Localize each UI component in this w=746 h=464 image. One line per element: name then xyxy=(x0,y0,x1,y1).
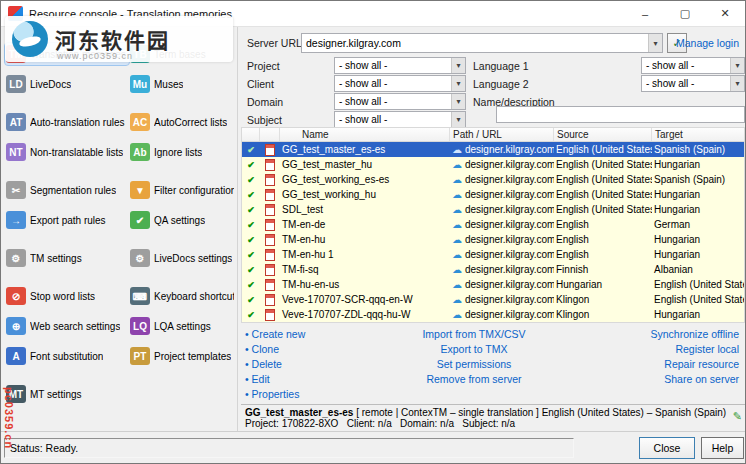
sidebar-item-ignore-lists[interactable]: Ab Ignore lists xyxy=(129,141,235,163)
table-row[interactable]: ✔ TM-en-hu 1 ☁designer.kilgray.com Engli… xyxy=(242,247,744,262)
sidebar-item-tm-settings[interactable]: ⚙ TM settings xyxy=(5,247,129,269)
tm-target: Hungarian xyxy=(652,159,744,170)
tm-name: TM-en-hu 1 xyxy=(280,249,450,260)
table-row[interactable]: ✔ TM-en-de ☁designer.kilgray.com English… xyxy=(242,217,744,232)
sidebar-item-mt-settings[interactable]: MT MT settings xyxy=(5,383,129,405)
table-row[interactable]: ✔ GG_test_working_hu ☁designer.kilgray.c… xyxy=(242,187,744,202)
table-row[interactable]: ✔ TM-fi-sq ☁designer.kilgray.com Finnish… xyxy=(242,262,744,277)
import-tmx-csv-link[interactable]: Import from TMX/CSV xyxy=(389,327,559,342)
manage-login-link[interactable]: Manage login xyxy=(676,37,739,49)
sidebar-item-filter-configurations[interactable]: ▼ Filter configurations xyxy=(129,179,235,201)
client-filter-combo[interactable]: - show all - ▾ xyxy=(334,75,466,92)
sidebar-item-livedocs-settings[interactable]: ⚙ LiveDocs settings xyxy=(129,247,235,269)
tm-path-text: designer.kilgray.com xyxy=(465,279,554,290)
tm-path-text: designer.kilgray.com xyxy=(465,189,554,200)
sidebar-item-font-substitution[interactable]: A Font substitution xyxy=(5,345,129,367)
table-row[interactable]: ✔ GG_test_working_es-es ☁designer.kilgra… xyxy=(242,172,744,187)
sidebar-item-keyboard-shortcuts[interactable]: ⌨ Keyboard shortcuts xyxy=(129,285,235,307)
language1-filter-combo[interactable]: - show all - ▾ xyxy=(641,57,745,74)
chevron-down-icon[interactable]: ▾ xyxy=(730,58,744,73)
ignore-lists-icon: Ab xyxy=(130,143,150,161)
tm-target: Albanian xyxy=(652,264,744,275)
tm-target: English (United States) xyxy=(652,294,744,305)
chevron-down-icon[interactable]: ▾ xyxy=(451,76,465,91)
close-button[interactable]: Close xyxy=(639,437,695,459)
sidebar-item-segmentation-rules[interactable]: ✂ Segmentation rules xyxy=(5,179,129,201)
name-description-input[interactable] xyxy=(496,106,745,123)
column-header-target[interactable]: Target xyxy=(652,128,744,141)
column-header-source[interactable]: Source xyxy=(554,128,652,141)
tm-source: Klingon xyxy=(554,294,652,305)
table-row[interactable]: ✔ GG_test_master_hu ☁designer.kilgray.co… xyxy=(242,157,744,172)
edit-icon[interactable]: ✎ xyxy=(733,410,742,423)
create-new-link[interactable]: Create new xyxy=(245,327,305,342)
column-header-path-url[interactable]: Path / URL xyxy=(450,128,554,141)
column-header-status[interactable] xyxy=(242,128,260,141)
sidebar-item-label: Web search settings xyxy=(30,321,120,332)
chevron-down-icon[interactable]: ▾ xyxy=(451,58,465,73)
tm-target: Hungarian xyxy=(652,234,744,245)
maximize-button[interactable]: ▢ xyxy=(665,1,705,26)
sidebar-item-autocorrect-lists[interactable]: AC AutoCorrect lists xyxy=(129,111,235,133)
tm-target: Hungarian xyxy=(652,204,744,215)
sidebar-item-non-translatable-lists[interactable]: NT Non-translatable lists xyxy=(5,141,129,163)
minimize-button[interactable]: – xyxy=(625,1,665,26)
tm-path-text: designer.kilgray.com xyxy=(465,234,554,245)
sidebar-item-stop-word-lists[interactable]: ⊘ Stop word lists xyxy=(5,285,129,307)
sidebar-item-lqa-settings[interactable]: LQ LQA settings xyxy=(129,315,235,337)
chevron-down-icon[interactable]: ▾ xyxy=(648,34,662,52)
close-window-button[interactable]: ✕ xyxy=(705,1,745,26)
help-button[interactable]: Help xyxy=(701,437,744,459)
sidebar-item-muses[interactable]: Mu Muses xyxy=(129,73,235,95)
sidebar-item-auto-translation-rules[interactable]: AT Auto-translation rules xyxy=(5,111,129,133)
chevron-down-icon[interactable]: ▾ xyxy=(451,112,465,127)
sidebar-item-qa-settings[interactable]: ✔ QA settings xyxy=(129,209,235,231)
cloud-icon: ☁ xyxy=(452,219,462,230)
tm-icon xyxy=(260,159,280,171)
export-tmx-link[interactable]: Export to TMX xyxy=(389,342,559,357)
tm-source: English xyxy=(554,219,652,230)
remove-from-server-link[interactable]: Remove from server xyxy=(389,372,559,387)
delete-link[interactable]: Delete xyxy=(245,357,305,372)
synchronize-offline-link[interactable]: Synchronize offline xyxy=(579,327,739,342)
column-header-name[interactable]: Name xyxy=(280,128,450,141)
clone-link[interactable]: Clone xyxy=(245,342,305,357)
domain-filter-combo[interactable]: - show all - ▾ xyxy=(334,93,466,110)
edit-link[interactable]: Edit xyxy=(245,372,305,387)
check-icon: ✔ xyxy=(242,310,260,320)
sidebar-item-label: LQA settings xyxy=(154,321,211,332)
check-icon: ✔ xyxy=(242,205,260,215)
tm-icon xyxy=(260,249,280,261)
language2-filter-combo[interactable]: - show all - ▾ xyxy=(641,75,745,92)
table-row[interactable]: ✔ GG_test_master_es-es ☁designer.kilgray… xyxy=(242,142,744,157)
sidebar-item-export-path-rules[interactable]: → Export path rules xyxy=(5,209,129,231)
project-filter-combo[interactable]: - show all - ▾ xyxy=(334,57,466,74)
set-permissions-link[interactable]: Set permissions xyxy=(389,357,559,372)
properties-link[interactable]: Properties xyxy=(245,387,305,402)
share-on-server-link[interactable]: Share on server xyxy=(579,372,739,387)
info-resource-meta: Project: 170822-8XO Client: n/a Domain: … xyxy=(245,418,741,429)
tm-source: Finnish xyxy=(554,264,652,275)
table-row[interactable]: ✔ SDL_test ☁designer.kilgray.com English… xyxy=(242,202,744,217)
tm-name: Veve-170707-SCR-qqq-en-W xyxy=(280,294,450,305)
register-local-link[interactable]: Register local xyxy=(579,342,739,357)
table-row[interactable]: ✔ TM-hu-en-us ☁designer.kilgray.com Hung… xyxy=(242,277,744,292)
status-text: Status: Ready. xyxy=(4,438,574,458)
tm-path-text: designer.kilgray.com xyxy=(465,264,554,275)
subject-filter-combo[interactable]: - show all - ▾ xyxy=(334,111,466,128)
table-row[interactable]: ✔ Veve-170707-ZDL-qqq-hu-W ☁designer.kil… xyxy=(242,307,744,322)
repair-resource-link[interactable]: Repair resource xyxy=(579,357,739,372)
sidebar-item-livedocs[interactable]: LD LiveDocs xyxy=(5,73,129,95)
table-row[interactable]: ✔ TM-en-hu ☁designer.kilgray.com English… xyxy=(242,232,744,247)
tm-name: TM-fi-sq xyxy=(280,264,450,275)
actions-column-left: Create new Clone Delete Edit Properties xyxy=(245,327,305,402)
chevron-down-icon[interactable]: ▾ xyxy=(451,94,465,109)
chevron-down-icon[interactable]: ▾ xyxy=(730,76,744,91)
cloud-icon: ☁ xyxy=(452,249,462,260)
cloud-icon: ☁ xyxy=(452,294,462,305)
column-header-type[interactable] xyxy=(260,128,280,141)
sidebar-item-project-templates[interactable]: PT Project templates xyxy=(129,345,235,367)
sidebar-item-web-search-settings[interactable]: ⊕ Web search settings xyxy=(5,315,129,337)
server-url-combo[interactable]: designer.kilgray.com ▾ xyxy=(301,33,663,53)
table-row[interactable]: ✔ Veve-170707-SCR-qqq-en-W ☁designer.kil… xyxy=(242,292,744,307)
